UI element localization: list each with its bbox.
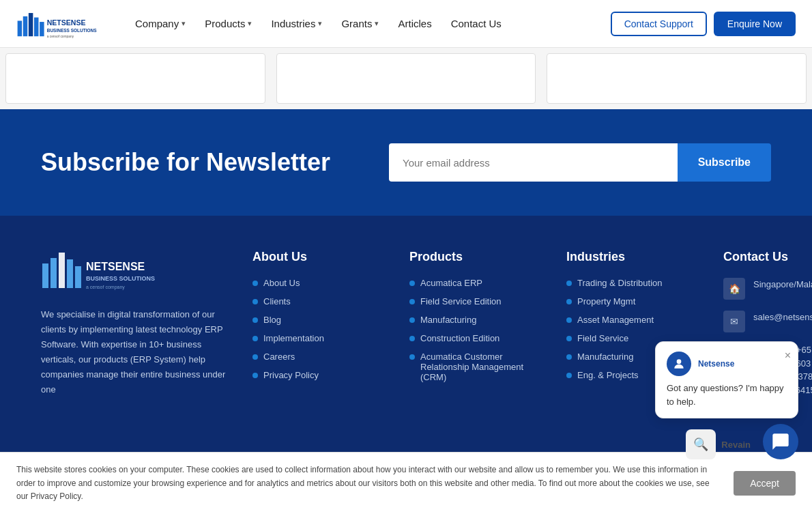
svg-text:BUSINESS SOLUTIONS: BUSINESS SOLUTIONS [47, 28, 98, 33]
footer-products-list: Acumatica ERP Field Service Edition Manu… [409, 278, 546, 382]
list-item[interactable]: Privacy Policy [252, 370, 389, 380]
email-input[interactable] [389, 143, 678, 182]
chat-bubble: × Netsense Got any questions? I'm happy … [655, 341, 798, 418]
chat-message: Got any questions? I'm happy to help. [667, 382, 787, 408]
bullet-icon [566, 317, 572, 323]
svg-text:BUSINESS SOLUTIONS: BUSINESS SOLUTIONS [86, 275, 155, 282]
bullet-icon [252, 317, 258, 323]
footer-description: We specialise in digital transformation … [41, 307, 232, 398]
bullet-icon [252, 299, 258, 304]
nav-contact-us[interactable]: Contact Us [443, 12, 510, 35]
list-item[interactable]: Acumatica ERP [409, 278, 546, 288]
chevron-down-icon: ▾ [248, 19, 252, 28]
top-cards-bar [0, 48, 812, 109]
subscribe-form: Subscribe [389, 143, 771, 182]
nav-company[interactable]: Company ▾ [127, 12, 194, 35]
top-card-1 [5, 53, 265, 104]
bullet-icon [252, 281, 258, 286]
revain-label: Revain [721, 440, 751, 450]
footer-contact-title: Contact Us [723, 250, 812, 264]
footer-products-title: Products [409, 250, 546, 264]
chat-brand-name: Netsense [698, 358, 734, 370]
footer-products-col: Products Acumatica ERP Field Service Edi… [409, 250, 546, 408]
list-item[interactable]: Trading & Distribution [566, 278, 703, 288]
bullet-icon [409, 299, 415, 304]
svg-text:a censof company: a censof company [86, 285, 125, 290]
contact-support-button[interactable]: Contact Support [611, 12, 707, 36]
list-item[interactable]: Property Mgmt [566, 296, 703, 306]
footer-about-list: About Us Clients Blog Implementation Car… [252, 278, 389, 380]
svg-rect-11 [67, 259, 73, 288]
footer-about-col: About Us About Us Clients Blog Implement… [252, 250, 389, 408]
svg-rect-8 [42, 263, 48, 288]
svg-rect-2 [29, 13, 33, 36]
list-item[interactable]: Careers [252, 352, 389, 362]
footer-industries-title: Industries [566, 250, 703, 264]
enquire-now-button[interactable]: Enquire Now [714, 12, 796, 36]
chat-avatar-small [667, 352, 691, 376]
nav-grants[interactable]: Grants ▾ [333, 12, 387, 35]
bullet-icon [566, 299, 572, 304]
list-item[interactable]: Field Service Edition [409, 296, 546, 306]
nav-buttons: Contact Support Enquire Now [611, 12, 796, 36]
revain-bar: 🔍 Revain [686, 429, 751, 455]
chevron-down-icon: ▾ [318, 19, 322, 28]
list-item[interactable]: Construction Edition [409, 333, 546, 343]
bullet-icon [252, 336, 258, 341]
navbar: NETSENSE BUSINESS SOLUTIONS a censof com… [0, 0, 812, 48]
footer-about-title: About Us [252, 250, 389, 264]
svg-point-16 [677, 359, 682, 364]
bullet-icon [409, 317, 415, 323]
svg-rect-9 [50, 258, 57, 288]
list-item[interactable]: Asset Management [566, 315, 703, 325]
list-item[interactable]: Manufacturing [409, 315, 546, 325]
svg-text:NETSENSE: NETSENSE [47, 18, 86, 27]
svg-rect-4 [40, 22, 44, 36]
revain-search-icon[interactable]: 🔍 [686, 429, 716, 455]
svg-rect-0 [18, 20, 23, 36]
list-item[interactable]: Acumatica Customer Relationship Manageme… [409, 352, 546, 382]
bullet-icon [566, 281, 572, 286]
list-item[interactable]: Implementation [252, 333, 389, 343]
svg-text:a censof company: a censof company [47, 35, 74, 38]
nav-links: Company ▾ Products ▾ Industries ▾ Grants… [127, 12, 611, 35]
list-item[interactable]: Clients [252, 296, 389, 306]
bullet-icon [566, 373, 572, 378]
subscribe-section: Subscribe for Newsletter Subscribe [0, 109, 812, 216]
footer-logo-col: NETSENSE BUSINESS SOLUTIONS a censof com… [41, 250, 232, 408]
svg-rect-12 [75, 266, 81, 288]
nav-products[interactable]: Products ▾ [197, 12, 260, 35]
nav-articles[interactable]: Articles [390, 12, 439, 35]
email-icon: ✉ [723, 311, 745, 332]
chevron-down-icon: ▾ [375, 19, 379, 28]
bullet-icon [409, 354, 415, 360]
chevron-down-icon: ▾ [182, 19, 186, 28]
contact-address: 🏠 Singapore/Malaysia/Indonesia [723, 278, 812, 300]
bullet-icon [566, 336, 572, 341]
logo[interactable]: NETSENSE BUSINESS SOLUTIONS a censof com… [16, 8, 105, 39]
contact-email: ✉ sales@netsensebs.com [723, 311, 812, 332]
subscribe-title: Subscribe for Newsletter [41, 147, 330, 177]
list-item[interactable]: About Us [252, 278, 389, 288]
svg-text:NETSENSE: NETSENSE [86, 261, 145, 272]
bullet-icon [252, 354, 258, 360]
bullet-icon [409, 336, 415, 341]
svg-rect-10 [59, 253, 65, 288]
bullet-icon [566, 354, 572, 360]
nav-industries[interactable]: Industries ▾ [263, 12, 330, 35]
list-item[interactable]: Blog [252, 315, 389, 325]
home-icon: 🏠 [723, 278, 745, 300]
chat-close-button[interactable]: × [785, 347, 791, 364]
bullet-icon [252, 373, 258, 378]
top-card-3 [547, 53, 807, 104]
footer-logo: NETSENSE BUSINESS SOLUTIONS a censof com… [41, 250, 191, 294]
svg-rect-1 [23, 16, 28, 36]
top-card-2 [276, 53, 536, 104]
svg-rect-3 [34, 18, 39, 37]
subscribe-button[interactable]: Subscribe [678, 143, 771, 182]
chat-open-button[interactable] [763, 424, 798, 455]
bullet-icon [409, 281, 415, 286]
